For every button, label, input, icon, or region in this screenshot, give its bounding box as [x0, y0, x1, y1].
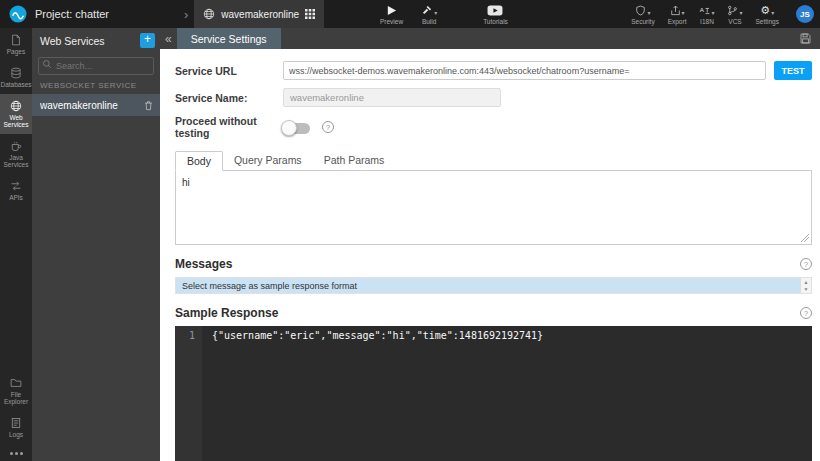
tutorials-button[interactable]: Tutorials — [483, 4, 508, 25]
app-tab-label: wavemakeronline — [221, 9, 299, 20]
service-name-label: Service Name: — [175, 92, 283, 104]
test-button[interactable]: TEST — [774, 61, 812, 80]
security-label: Security — [631, 18, 654, 25]
help-icon: ? — [800, 307, 812, 319]
build-label: Build — [422, 18, 436, 25]
help-icon: ? — [800, 258, 812, 270]
chevron-down-icon: ▾ — [434, 10, 437, 16]
save-icon[interactable] — [791, 28, 820, 49]
chevron-down-icon: ▾ — [739, 10, 742, 16]
rail-label: Databases — [0, 81, 31, 88]
service-item-label: wavemakeronline — [40, 100, 143, 111]
add-service-button[interactable]: + — [140, 33, 155, 48]
service-url-label: Service URL — [175, 65, 283, 77]
user-avatar[interactable]: JS — [796, 5, 814, 23]
websocket-service-section-label: WEBSOCKET SERVICE — [40, 81, 152, 90]
scroll-up-icon[interactable]: ▲ — [804, 279, 809, 285]
rail-label: APIs — [9, 194, 23, 201]
sidebar-item-databases[interactable]: Databases — [0, 61, 32, 94]
preview-label: Preview — [380, 18, 403, 25]
app-tab[interactable]: wavemakeronline — [194, 0, 324, 28]
pages-icon — [10, 34, 22, 46]
export-icon — [670, 5, 681, 16]
coffee-cup-icon — [10, 140, 22, 152]
scroll-down-icon[interactable]: ▼ — [804, 286, 809, 292]
trash-icon[interactable] — [143, 100, 154, 111]
wavemaker-logo-icon[interactable] — [9, 5, 27, 23]
export-button[interactable]: ▾ Export — [668, 4, 687, 25]
service-name-row: Service Name: — [175, 88, 812, 107]
topbar: Project: chatter › wavemakeronline Previ… — [0, 0, 820, 28]
sample-response-title: Sample Response — [175, 306, 278, 320]
messages-header: Messages ? — [175, 257, 812, 271]
left-rail: Pages Databases Web Services Java Servic… — [0, 28, 32, 461]
preview-button[interactable]: Preview — [380, 4, 403, 25]
messages-list: Select message as sample response format… — [175, 277, 812, 294]
breadcrumb-chevron-icon: › — [184, 7, 188, 22]
rail-label: Java Services — [1, 154, 31, 168]
settings-label: Settings — [756, 18, 780, 25]
search-input[interactable] — [38, 57, 154, 75]
tutorials-label: Tutorials — [483, 18, 508, 25]
service-url-input[interactable] — [283, 61, 766, 80]
sidebar-item-java-services[interactable]: Java Services — [0, 134, 32, 174]
collapse-panel-button[interactable]: « — [160, 28, 177, 49]
rail-label: File Explorer — [1, 391, 31, 405]
grid-icon[interactable] — [305, 9, 315, 19]
search-icon — [42, 59, 52, 69]
resize-handle[interactable] — [801, 234, 809, 242]
tab-body[interactable]: Body — [175, 151, 223, 171]
code-line[interactable]: {"username":"eric","message":"hi","time"… — [202, 326, 543, 461]
gear-icon: ⚙ — [760, 5, 770, 16]
play-icon — [386, 5, 397, 16]
service-search — [38, 55, 154, 75]
settings-button[interactable]: ⚙ ▾ Settings — [756, 4, 780, 25]
shield-icon — [635, 5, 646, 16]
messages-title: Messages — [175, 257, 232, 271]
sidebar-item-web-services[interactable]: Web Services — [0, 94, 32, 134]
sample-response-header: Sample Response ? — [175, 306, 812, 320]
project-title: Project: chatter — [35, 8, 109, 20]
rail-label: Logs — [9, 431, 23, 438]
sidebar-item-pages[interactable]: Pages — [0, 28, 32, 61]
i18n-button[interactable]: A ▾ I18N — [699, 4, 714, 25]
sample-response-editor[interactable]: 1 {"username":"eric","message":"hi","tim… — [175, 326, 812, 461]
service-name-input[interactable] — [283, 88, 501, 107]
sidebar-item-logs[interactable]: Logs — [0, 411, 32, 444]
more-menu-icon[interactable] — [0, 444, 32, 461]
globe-icon — [203, 8, 215, 20]
tab-query-params[interactable]: Query Params — [223, 151, 313, 170]
tab-service-settings[interactable]: Service Settings — [177, 28, 281, 49]
rail-label: Web Services — [1, 114, 31, 128]
topbar-center-actions: Preview ▾ Build Tutorials — [380, 0, 508, 28]
chevron-down-icon: ▾ — [647, 10, 650, 16]
proceed-row: Proceed without testing ? — [175, 115, 812, 139]
main-tabbar: « Service Settings — [160, 28, 820, 49]
chevron-down-icon: ▾ — [771, 10, 774, 16]
folder-icon — [10, 377, 22, 389]
security-button[interactable]: ▾ Security — [631, 4, 654, 25]
panel-header: Web Services + — [32, 28, 160, 52]
message-option-selected[interactable]: Select message as sample response format — [176, 278, 800, 293]
service-list-item[interactable]: wavemakeronline — [32, 94, 160, 116]
chevron-down-icon: ▾ — [711, 10, 714, 16]
export-label: Export — [668, 18, 687, 25]
api-arrows-icon — [10, 180, 22, 192]
branch-icon — [727, 5, 738, 16]
sidebar-item-file-explorer[interactable]: File Explorer — [0, 371, 32, 411]
proceed-toggle[interactable] — [283, 123, 310, 134]
vcs-label: VCS — [728, 18, 741, 25]
build-button[interactable]: ▾ Build — [421, 4, 437, 25]
toggle-knob — [281, 120, 297, 136]
body-textarea[interactable]: hi — [182, 177, 805, 238]
tab-path-params[interactable]: Path Params — [313, 151, 396, 170]
rail-label: Pages — [7, 48, 25, 55]
topbar-right-actions: ▾ Security ▾ Export A ▾ I18N ▾ VCS — [631, 0, 814, 28]
svg-text:A: A — [700, 5, 705, 12]
body-panel: hi — [175, 171, 812, 245]
scrollbar[interactable]: ▲ ▼ — [800, 278, 811, 293]
sidebar-item-apis[interactable]: APIs — [0, 174, 32, 207]
vcs-button[interactable]: ▾ VCS — [727, 4, 742, 25]
proceed-label: Proceed without testing — [175, 115, 283, 139]
chevron-down-icon: ▾ — [682, 10, 685, 16]
